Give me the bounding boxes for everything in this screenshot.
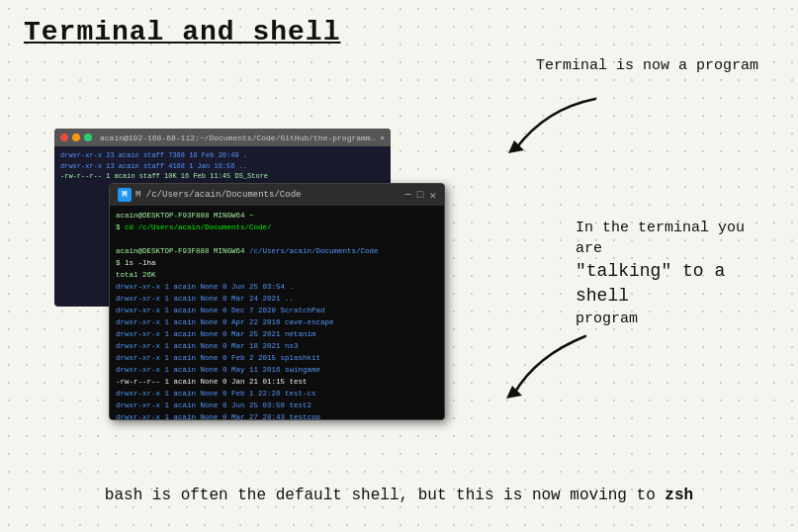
annotation-terminal-program: Terminal is now a program [536,55,758,76]
arrow-terminal-program [487,89,605,158]
title-area: Terminal and shell [24,17,340,47]
minimize-icon[interactable]: ─ [404,189,411,201]
terminal-fg-line-3: acain@DESKTOP-F93F888 MINGW64 /c/Users/a… [116,245,438,257]
terminal-fg-line-13: drwxr-xr-x 1 acain None 0 May 11 2016 sw… [116,364,438,376]
svg-marker-1 [506,386,522,399]
terminal-fg-line-16: drwxr-xr-x 1 acain None 0 Jun 25 03:58 t… [116,399,438,411]
terminal-fg-content: acain@DESKTOP-F93F888 MINGW64 ~ $ cd /c/… [110,206,444,420]
terminal-fg-line-1: $ cd /c/Users/acain/Documents/Code/ [116,222,438,233]
terminal-bg-title-label: acain@192-168-68-112:~/Documents/Code/Gi… [100,133,376,142]
terminal-bg-line-1: drwxr-xr-x 23 acain staff 7368 16 Feb 20… [60,150,385,161]
terminal-fg-line-0: acain@DESKTOP-F93F888 MINGW64 ~ [116,210,438,222]
terminal-fg-line-6: drwxr-xr-x 1 acain None 0 Jun 25 03:54 . [116,281,438,293]
terminal-foreground-window: M M /c/Users/acain/Documents/Code ─ □ ✕ … [109,183,445,420]
terminal-bg-line-3: -rw-r--r-- 1 acain staff 10K 16 Feb 11:4… [60,171,385,182]
terminal-bg-line-2: drwxr-xr-x 13 acain staff 4168 1 Jan 16:… [60,161,385,172]
terminal-bg-titlebar: acain@192-168-68-112:~/Documents/Code/Gi… [54,129,391,146]
terminal-fg-line-4: $ ls -lha [116,257,438,269]
terminal-fg-line-12: drwxr-xr-x 1 acain None 0 Feb 2 2015 spl… [116,352,438,364]
maximize-dot [84,133,92,141]
terminal-bg-close-icon: ✕ [380,133,385,142]
terminal-fg-window-buttons: ─ □ ✕ [404,189,436,202]
terminal-fg-line-11: drwxr-xr-x 1 acain None 0 Mar 18 2021 ns… [116,340,438,352]
page-title: Terminal and shell [24,17,340,47]
terminal-fg-line-14: -rw-r--r-- 1 acain None 0 Jan 21 01:15 t… [116,376,438,388]
terminal-fg-line-7: drwxr-xr-x 1 acain None 0 Mar 24 2021 .. [116,293,438,305]
terminal-fg-line-9: drwxr-xr-x 1 acain None 0 Apr 22 2016 ca… [116,316,438,328]
close-dot [60,133,68,141]
bottom-note: bash is often the default shell, but thi… [0,487,798,504]
terminal-fg-title-label: M /c/Users/acain/Documents/Code [135,190,400,200]
terminal-fg-line-15: drwxr-xr-x 1 acain None 0 Feb 1 22:26 te… [116,388,438,399]
terminal-fg-line-8: drwxr-xr-x 1 acain None 0 Dec 7 2020 Scr… [116,305,438,316]
arrow-shell-program [487,326,605,405]
terminal-bg-content: drwxr-xr-x 23 acain staff 7368 16 Feb 20… [54,146,391,186]
terminal-fg-icon: M [118,188,132,202]
minimize-dot [72,133,80,141]
annotation-shell-program: In the terminal you are "talking" to a s… [576,218,773,329]
close-icon[interactable]: ✕ [429,189,436,202]
terminal-fg-line-17: drwxr-xr-x 1 acain None 0 Mar 27 20:43 t… [116,411,438,420]
terminal-fg-line-2 [116,233,438,245]
terminal-fg-titlebar: M M /c/Users/acain/Documents/Code ─ □ ✕ [110,184,444,206]
terminal-fg-line-5: total 26K [116,269,438,281]
terminal-fg-line-10: drwxr-xr-x 1 acain None 0 Mar 25 2021 ne… [116,328,438,340]
maximize-icon[interactable]: □ [417,189,424,201]
